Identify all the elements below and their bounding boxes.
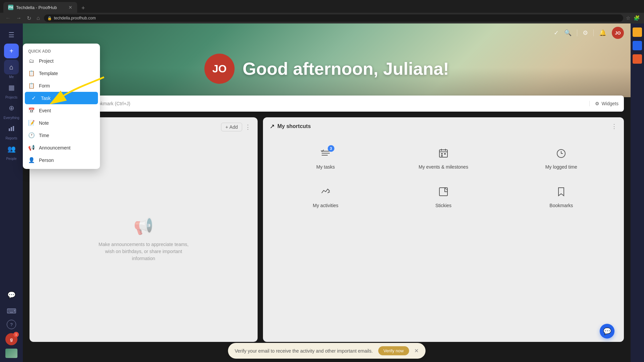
my-tasks-label: My tasks — [316, 164, 335, 170]
notification-badge: 1 — [13, 332, 19, 337]
shortcuts-header: ↗ My shortcuts ⋮ — [263, 117, 624, 136]
bookmark-star-icon[interactable]: ☆ — [626, 15, 630, 21]
person-icon: 👤 — [28, 157, 35, 163]
tasks-badge: 3 — [328, 145, 334, 152]
rs-orange-widget[interactable] — [633, 54, 642, 64]
home-button[interactable]: ⌂ — [35, 14, 41, 22]
new-tab-button[interactable]: + — [78, 3, 88, 13]
widgets-button[interactable]: ⚙ Widgets — [589, 101, 619, 106]
back-button[interactable]: ← — [4, 14, 12, 22]
right-sidebar — [631, 23, 644, 362]
sidebar-item-keyboard[interactable]: ⌨ — [4, 304, 19, 318]
address-bar[interactable]: 🔒 techdella.proofhub.com — [44, 14, 623, 22]
announcements-add-button[interactable]: + Add — [221, 123, 242, 131]
widgets-label: Widgets — [601, 101, 619, 106]
announcements-menu-button[interactable]: ⋮ — [245, 123, 251, 131]
my-events-icon — [438, 148, 449, 161]
note-label: Note — [39, 120, 49, 126]
browser-chrome: PH Techdella - ProofHub ✕ + ← → ↻ ⌂ 🔒 te… — [0, 0, 644, 23]
quick-add-task[interactable]: ✓ Task — [25, 92, 98, 104]
notifications-icon[interactable]: 🔔 — [599, 29, 606, 37]
project-label: Project — [39, 58, 54, 64]
my-logged-time-icon — [556, 148, 567, 161]
user-avatar-sidebar[interactable]: g 1 — [5, 333, 17, 345]
sidebar-label-everything: Everything — [3, 116, 19, 120]
announcement-icon: 📢 — [28, 144, 35, 151]
stickies-icon — [438, 186, 449, 199]
svg-rect-10 — [441, 153, 443, 155]
note-icon: 📝 — [28, 120, 35, 126]
tab-title: Techdella - ProofHub — [16, 5, 66, 10]
settings-icon[interactable]: ⚙ — [583, 29, 588, 37]
check-icon[interactable]: ✓ — [554, 29, 559, 37]
reload-button[interactable]: ↻ — [25, 14, 33, 22]
project-icon: 🗂 — [28, 58, 35, 64]
my-events-label: My events & milestones — [419, 164, 468, 170]
empty-announcements-icon: 📢 — [133, 217, 154, 236]
header-user-avatar[interactable]: JO — [612, 27, 624, 39]
shortcut-stickies[interactable]: Stickies — [385, 178, 502, 216]
shortcut-my-tasks[interactable]: 3 My tasks — [267, 140, 384, 178]
top-header: ✓ 🔍 ⚙ 🔔 JO — [23, 23, 631, 42]
sidebar-label-projects: Projects — [5, 96, 17, 99]
sidebar-label-me: Me — [9, 75, 14, 79]
sidebar-item-everything[interactable]: ⊕ — [4, 101, 19, 115]
stickies-label: Stickies — [435, 203, 451, 208]
time-icon: 🕐 — [28, 132, 35, 138]
shortcut-my-activities[interactable]: My activities — [267, 178, 384, 216]
shortcut-my-logged-time[interactable]: My logged time — [503, 140, 620, 178]
active-tab[interactable]: PH Techdella - ProofHub ✕ — [3, 2, 77, 13]
sidebar-item-reports[interactable] — [4, 121, 19, 136]
quick-add-header: Quick add — [23, 46, 100, 55]
chat-button[interactable]: 💬 — [600, 324, 614, 339]
shortcuts-grid: 3 My tasks — [263, 136, 624, 220]
forward-button[interactable]: → — [15, 14, 23, 22]
search-icon[interactable]: 🔍 — [564, 29, 572, 37]
shortcut-bookmarks[interactable]: Bookmarks — [503, 178, 620, 216]
verify-now-button[interactable]: Verify now — [378, 346, 409, 355]
form-icon: 📋 — [28, 82, 35, 89]
browser-nav-icons: ☆ 🧩 — [626, 15, 640, 21]
rs-yellow-widget[interactable] — [633, 27, 642, 37]
quick-add-event[interactable]: 📅 Event — [23, 104, 100, 117]
address-text: techdella.proofhub.com — [54, 16, 620, 20]
task-label: Task — [41, 96, 51, 101]
sidebar-item-help[interactable]: ? — [7, 320, 16, 329]
shortcuts-menu-button[interactable]: ⋮ — [611, 123, 617, 130]
sidebar-item-add[interactable]: + — [4, 44, 19, 58]
notification-text: Verify your email to receive the activit… — [235, 348, 373, 354]
quick-add-time[interactable]: 🕐 Time — [23, 129, 100, 141]
search-placeholder: Search project/person/bookmark (Ctrl+J) — [46, 101, 585, 106]
secure-icon: 🔒 — [47, 16, 52, 20]
sidebar-item-home[interactable]: ⌂ — [4, 60, 19, 74]
person-label: Person — [39, 158, 54, 163]
sidebar-item-menu[interactable]: ☰ — [4, 27, 19, 42]
notification-close-button[interactable]: ✕ — [414, 348, 419, 354]
navigation-bar: ← → ↻ ⌂ 🔒 techdella.proofhub.com ☆ 🧩 — [0, 13, 644, 23]
quick-add-note[interactable]: 📝 Note — [23, 117, 100, 129]
tab-close-button[interactable]: ✕ — [68, 5, 72, 10]
announcements-empty-text: Make announcements to appreciate teams, … — [97, 241, 191, 262]
rs-blue-widget[interactable] — [633, 41, 642, 50]
svg-rect-2 — [13, 126, 14, 131]
extensions-icon[interactable]: 🧩 — [634, 15, 640, 21]
sidebar-item-chat[interactable]: 💬 — [4, 288, 19, 302]
my-activities-icon — [320, 186, 331, 199]
quick-add-announcement[interactable]: 📢 Announcement — [23, 141, 100, 154]
quick-add-form[interactable]: 📋 Form — [23, 79, 100, 92]
greeting-avatar: JO — [204, 54, 234, 84]
shortcuts-title: My shortcuts — [277, 123, 608, 129]
bar-chart-icon — [8, 125, 15, 132]
bookmarks-label: Bookmarks — [549, 203, 573, 208]
header-divider-2 — [593, 29, 594, 36]
main-content: ✓ 🔍 ⚙ 🔔 JO JO Good afternoon, Juliana! 🔍… — [23, 23, 631, 362]
search-bar[interactable]: 🔍 Search project/person/bookmark (Ctrl+J… — [30, 96, 624, 112]
quick-add-project[interactable]: 🗂 Project — [23, 55, 100, 67]
greeting-text: Good afternoon, Juliana! — [243, 59, 449, 79]
sidebar-item-people[interactable]: 👥 — [4, 141, 19, 156]
sidebar-item-projects[interactable]: ▦ — [4, 80, 19, 95]
quick-add-template[interactable]: 📋 Template — [23, 67, 100, 79]
tab-bar: PH Techdella - ProofHub ✕ + — [0, 0, 644, 13]
quick-add-person[interactable]: 👤 Person — [23, 154, 100, 166]
shortcut-my-events[interactable]: My events & milestones — [385, 140, 502, 178]
